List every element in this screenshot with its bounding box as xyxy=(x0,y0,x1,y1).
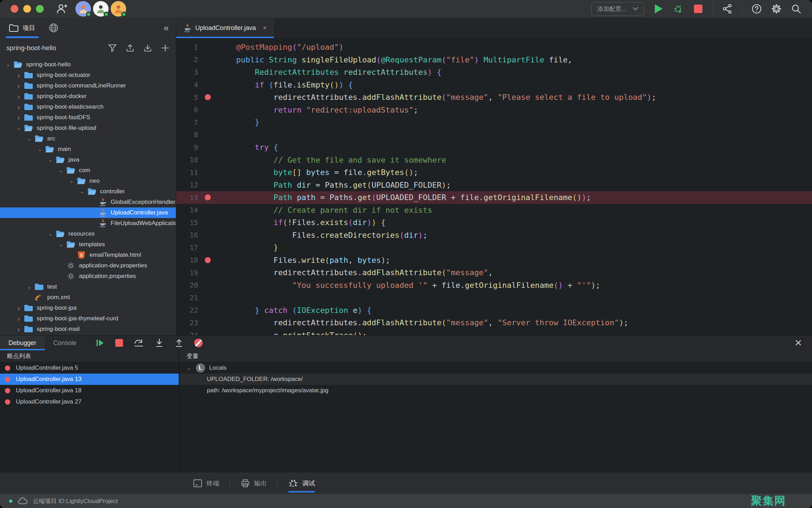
code-line-10[interactable]: 10 // Get the file and save it somewhere xyxy=(176,154,812,167)
chevron-right-icon[interactable]: › xyxy=(15,325,23,333)
code-line-12[interactable]: 12 Path dir = Paths.get(UPLOADED_FOLDER)… xyxy=(176,179,812,192)
tree-item-main[interactable]: ⌄main xyxy=(0,144,176,155)
tree-item-test[interactable]: ⌄test xyxy=(0,282,176,292)
terminal-toggle[interactable]: 终端 xyxy=(190,472,222,494)
tree-item-spring-boot-jpa[interactable]: ›spring-boot-jpa xyxy=(0,303,176,313)
code-line-16[interactable]: 16 Files.createDirectories(dir); xyxy=(176,229,812,242)
code-line-15[interactable]: 15 if(!Files.exists(dir)) { xyxy=(176,216,812,229)
output-toggle[interactable]: 输出 xyxy=(238,472,270,494)
tree-item-spring-boot-mail[interactable]: ›spring-boot-mail xyxy=(0,324,176,334)
tab-project[interactable]: 项目 xyxy=(7,18,37,38)
tree-item-resources[interactable]: ⌄resources xyxy=(0,229,176,239)
tree-item-fileuploadwebapplication.java[interactable]: FileUploadWebApplication.java xyxy=(0,218,176,229)
share-icon[interactable] xyxy=(722,4,733,14)
collapse-sidebar-button[interactable]: « xyxy=(164,23,169,34)
stop-icon[interactable] xyxy=(693,4,703,14)
avatar[interactable] xyxy=(75,1,91,17)
tree-item-emailtemplate.html[interactable]: 5emailTemplate.html xyxy=(0,250,176,260)
tree-item-pom.xml[interactable]: pom.xml xyxy=(0,292,176,303)
chevron-right-icon[interactable]: › xyxy=(15,92,23,101)
code-line-2[interactable]: 2 public String singleFileUpload(@Reques… xyxy=(176,54,812,66)
tree-item-templates[interactable]: ⌄templates xyxy=(0,239,176,250)
chevron-down-icon[interactable]: ⌄ xyxy=(57,241,65,248)
code-line-9[interactable]: 9 try { xyxy=(176,141,812,154)
variable-row[interactable]: path: /workspace/myproject/images/avatar… xyxy=(179,385,812,396)
code-line-5[interactable]: 5 redirectAttributes.addFlashAttribute("… xyxy=(176,91,812,104)
help-icon[interactable] xyxy=(751,4,762,14)
tree-item-spring-boot-docker[interactable]: ›spring-boot-docker xyxy=(0,91,176,102)
tree-item-spring-boot-elasticsearch[interactable]: ›spring-boot-elasticsearch xyxy=(0,102,176,112)
zoom-window-button[interactable] xyxy=(36,5,44,13)
code-line-13[interactable]: 13 Path path = Paths.get(UPLOADED_FOLDER… xyxy=(176,191,812,204)
breakpoint-item[interactable]: UploadController.java 18 xyxy=(0,385,179,396)
code-line-6[interactable]: 6 return "redirect:uploadStatus"; xyxy=(176,104,812,116)
step-into-icon[interactable] xyxy=(155,338,164,347)
close-window-button[interactable] xyxy=(11,5,18,13)
breakpoint-item[interactable]: UploadController.java 27 xyxy=(0,396,179,407)
tree-item-application-dev.properties[interactable]: application-dev.properties xyxy=(0,260,176,271)
tab-debugger[interactable]: Debugger xyxy=(0,335,45,350)
resume-icon[interactable] xyxy=(96,338,105,347)
chevron-right-icon[interactable]: › xyxy=(15,114,23,122)
close-debug-panel-icon[interactable]: ✕ xyxy=(794,338,802,349)
minimize-window-button[interactable] xyxy=(23,5,31,13)
code-line-21[interactable]: 21 xyxy=(176,291,812,304)
chevron-down-icon[interactable]: ⌄ xyxy=(36,146,44,152)
upload-icon[interactable] xyxy=(126,44,134,52)
step-over-icon[interactable] xyxy=(134,338,144,347)
chevron-down-icon[interactable]: ⌄ xyxy=(47,157,54,163)
code-line-23[interactable]: 23 redirectAttributes.addFlashAttribute(… xyxy=(176,316,812,329)
breakpoint-item[interactable]: UploadController.java 5 xyxy=(0,362,179,374)
search-icon[interactable] xyxy=(791,4,801,14)
tree-item-spring-boot-fastdfs[interactable]: ›spring-boot-fastDFS xyxy=(0,112,176,123)
stop-debug-icon[interactable] xyxy=(115,339,123,347)
chevron-down-icon[interactable]: ⌄ xyxy=(47,231,54,237)
variable-row[interactable]: UPLOADED_FOLDER: /workspace/ xyxy=(179,374,812,385)
chevron-right-icon[interactable]: › xyxy=(15,71,23,79)
tree-item-neo[interactable]: ⌄neo xyxy=(0,176,176,186)
tree-item-controller[interactable]: ⌄controller xyxy=(0,186,176,197)
debug-run-icon[interactable] xyxy=(673,4,684,14)
breakpoint-dot[interactable] xyxy=(198,194,217,200)
code-line-20[interactable]: 20 "You successfully uploaded '" + file.… xyxy=(176,279,812,292)
chevron-down-icon[interactable]: ⌄ xyxy=(57,167,65,174)
filter-icon[interactable] xyxy=(108,44,117,52)
step-out-icon[interactable] xyxy=(174,338,184,347)
code-line-24[interactable]: 24 e.printStackTrace(); xyxy=(176,329,812,335)
code-line-18[interactable]: 18 Files.write(path, bytes); xyxy=(176,254,812,267)
code-line-1[interactable]: 1 @PostMapping("/upload") xyxy=(176,41,812,54)
tree-item-java[interactable]: ⌄java xyxy=(0,155,176,165)
tree-item-globalexceptionhandler.java[interactable]: GlobalExceptionHandler.java xyxy=(0,197,176,207)
debug-toggle[interactable]: 调试 xyxy=(285,472,318,494)
add-configuration-dropdown[interactable]: 添加配置... xyxy=(591,2,644,16)
code-line-8[interactable]: 8 xyxy=(176,129,812,141)
chevron-right-icon[interactable]: › xyxy=(15,103,23,111)
download-icon[interactable] xyxy=(143,44,152,52)
code-line-19[interactable]: 19 redirectAttributes.addFlashAttribute(… xyxy=(176,266,812,279)
code-line-3[interactable]: 3 RedirectAttributes redirectAttributes)… xyxy=(176,66,812,79)
mute-breakpoints-icon[interactable] xyxy=(194,339,203,347)
chevron-down-icon[interactable]: ⌄ xyxy=(4,61,12,68)
close-tab-icon[interactable]: × xyxy=(263,24,267,32)
code-editor[interactable]: 1 @PostMapping("/upload")2 public String… xyxy=(176,38,812,335)
code-line-22[interactable]: 22 } catch (IOException e) { xyxy=(176,304,812,317)
tree-item-spring-boot-hello[interactable]: ⌄spring-boot-hello xyxy=(0,59,176,70)
code-line-7[interactable]: 7 } xyxy=(176,116,812,129)
add-collaborator-icon[interactable] xyxy=(56,3,68,15)
run-icon[interactable] xyxy=(653,4,664,14)
tree-item-src[interactable]: ⌄src xyxy=(0,133,176,144)
tree-item-spring-boot-jpa-thymeleaf-curd[interactable]: ›spring-boot-jpa-thymeleaf-curd xyxy=(0,313,176,324)
code-line-4[interactable]: 4 if (file.isEmpty()) { xyxy=(176,79,812,91)
chevron-down-icon[interactable]: ⌄ xyxy=(78,188,86,195)
breakpoint-dot[interactable] xyxy=(198,94,217,100)
chevron-right-icon[interactable]: › xyxy=(15,315,23,323)
code-line-17[interactable]: 17 } xyxy=(176,241,812,254)
editor-tab-uploadcontroller[interactable]: UploadController.java × xyxy=(176,18,274,38)
tree-item-com[interactable]: ⌄com xyxy=(0,165,176,176)
new-file-icon[interactable] xyxy=(161,44,170,52)
chevron-down-icon[interactable]: ⌄ xyxy=(15,125,23,131)
tree-item-spring-boot-commandlinerunner[interactable]: ›spring-boot-commandLineRunner xyxy=(0,80,176,91)
chevron-right-icon[interactable]: › xyxy=(15,304,23,312)
code-line-14[interactable]: 14 // Create parent dir if not exists xyxy=(176,204,812,217)
chevron-down-icon[interactable]: ⌄ xyxy=(68,178,75,184)
